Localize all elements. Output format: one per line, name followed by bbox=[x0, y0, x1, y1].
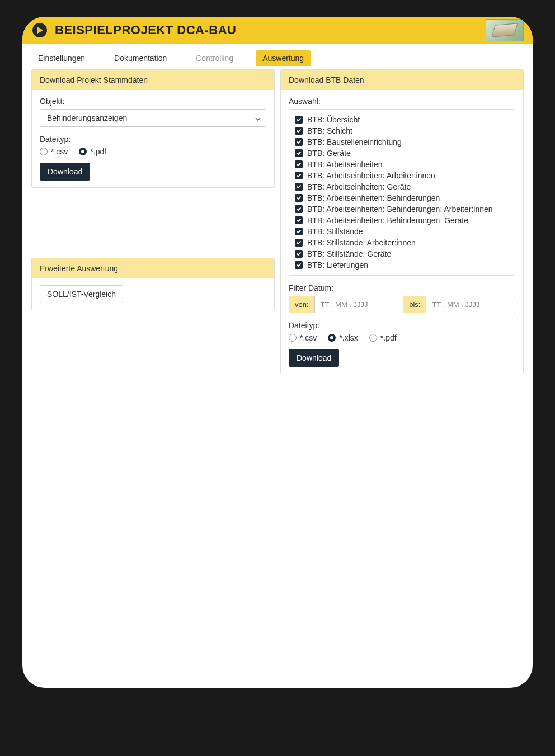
radio-label: *.pdf bbox=[90, 147, 106, 156]
radio-icon bbox=[40, 148, 48, 155]
checkbox-icon bbox=[295, 127, 303, 135]
radio-icon bbox=[79, 148, 87, 155]
btb-check-label: BTB: Stillstände: Arbeiter:innen bbox=[307, 238, 416, 247]
btb-check-item[interactable]: BTB: Schicht bbox=[295, 125, 509, 136]
radio-label: *.csv bbox=[300, 333, 317, 342]
checkbox-icon bbox=[295, 228, 303, 235]
checkbox-icon bbox=[295, 116, 303, 124]
checkbox-icon bbox=[295, 172, 303, 179]
btb-check-label: BTB: Arbeitseinheiten: Behinderungen: Ar… bbox=[307, 205, 493, 214]
checkbox-icon bbox=[295, 194, 303, 202]
checkbox-icon bbox=[295, 205, 303, 213]
checkbox-icon bbox=[295, 261, 303, 269]
btb-auswahl-label: Auswahl: bbox=[289, 97, 515, 106]
checkbox-icon bbox=[295, 250, 303, 258]
checkbox-icon bbox=[295, 138, 303, 146]
radio-label: *.pdf bbox=[380, 333, 397, 342]
btb-check-label: BTB: Stillstände: Geräte bbox=[307, 249, 391, 258]
stammdaten-download-button[interactable]: Download bbox=[40, 163, 90, 181]
btb-check-item[interactable]: BTB: Arbeitseinheiten: Behinderungen: Ar… bbox=[295, 204, 509, 215]
btb-check-label: BTB: Übersicht bbox=[307, 115, 360, 124]
stammdaten-dateityp-group: *.csv *.pdf bbox=[40, 147, 266, 156]
checkbox-icon bbox=[295, 239, 303, 247]
btb-check-item[interactable]: BTB: Arbeitseinheiten: Geräte bbox=[295, 181, 509, 192]
checkbox-icon bbox=[295, 216, 303, 224]
btb-date-row: von: TT . MM . JJJJ bis: TT . MM . JJJJ bbox=[289, 296, 515, 313]
btb-check-label: BTB: Arbeitseinheiten: Behinderungen bbox=[307, 193, 440, 202]
tab-einstellungen[interactable]: Einstellungen bbox=[31, 50, 92, 66]
bis-label: bis: bbox=[403, 296, 426, 313]
panel-btb: Download BTB Daten Auswahl: BTB: Übersic… bbox=[280, 69, 524, 374]
btb-check-label: BTB: Arbeitseinheiten: Behinderungen: Ge… bbox=[307, 216, 468, 225]
btb-check-item[interactable]: BTB: Übersicht bbox=[295, 114, 509, 125]
radio-label: *.csv bbox=[51, 147, 68, 156]
btb-check-item[interactable]: BTB: Arbeitseinheiten: Behinderungen: Ge… bbox=[295, 215, 509, 226]
bis-input[interactable]: TT . MM . JJJJ bbox=[426, 296, 515, 313]
btb-check-list: BTB: ÜbersichtBTB: SchichtBTB: Baustelle… bbox=[289, 109, 515, 276]
app-window: BEISPIELPROJEKT DCA-BAU Einstellungen Do… bbox=[22, 17, 533, 688]
tab-controlling: Controlling bbox=[189, 50, 240, 66]
btb-check-label: BTB: Baustelleneinrichtung bbox=[307, 138, 402, 147]
stammdaten-radio-csv[interactable]: *.csv bbox=[40, 147, 68, 156]
checkbox-icon bbox=[295, 149, 303, 157]
btb-filter-label: Filter Datum: bbox=[289, 284, 515, 292]
tab-bar: Einstellungen Dokumentation Controlling … bbox=[22, 44, 533, 66]
btb-dateityp-group: *.csv *.xlsx *.pdf bbox=[289, 333, 515, 342]
btb-check-label: BTB: Geräte bbox=[307, 149, 351, 158]
btb-radio-xlsx[interactable]: *.xlsx bbox=[328, 333, 358, 342]
btb-check-item[interactable]: BTB: Baustelleneinrichtung bbox=[295, 136, 509, 148]
panel-erweitert-header: Erweiterte Auswertung bbox=[32, 258, 274, 278]
btb-check-label: BTB: Lieferungen bbox=[307, 261, 368, 270]
content-grid: Download Projekt Stammdaten Objekt: Behi… bbox=[22, 66, 533, 383]
von-input[interactable]: TT . MM . JJJJ bbox=[315, 296, 403, 313]
btb-radio-pdf[interactable]: *.pdf bbox=[369, 333, 397, 342]
btb-check-item[interactable]: BTB: Stillstände: Arbeiter:innen bbox=[295, 237, 509, 248]
soll-ist-button[interactable]: SOLL/IST-Vergleich bbox=[40, 285, 123, 303]
btb-download-button[interactable]: Download bbox=[289, 349, 339, 367]
checkbox-icon bbox=[295, 183, 303, 191]
panel-erweitert: Erweiterte Auswertung SOLL/IST-Vergleich bbox=[31, 258, 275, 310]
panel-btb-header: Download BTB Daten bbox=[281, 70, 523, 90]
btb-check-label: BTB: Arbeitseinheiten: Arbeiter:innen bbox=[307, 171, 435, 180]
btb-dateityp-label: Dateityp: bbox=[289, 321, 515, 330]
tab-dokumentation[interactable]: Dokumentation bbox=[107, 50, 173, 66]
objekt-select[interactable]: Behinderungsanzeigen bbox=[40, 109, 266, 127]
btb-check-label: BTB: Arbeitseinheiten: Geräte bbox=[307, 182, 411, 191]
panel-stammdaten-header: Download Projekt Stammdaten bbox=[32, 70, 274, 90]
btb-check-item[interactable]: BTB: Arbeitseinheiten: Behinderungen bbox=[295, 192, 509, 204]
radio-icon bbox=[289, 334, 297, 342]
panel-stammdaten: Download Projekt Stammdaten Objekt: Behi… bbox=[31, 69, 275, 188]
von-label: von: bbox=[289, 296, 315, 313]
objekt-label: Objekt: bbox=[40, 97, 266, 106]
btb-check-item[interactable]: BTB: Lieferungen bbox=[295, 259, 509, 271]
checkbox-icon bbox=[295, 160, 303, 168]
btb-check-label: BTB: Arbeitseinheiten bbox=[307, 160, 383, 169]
app-logo-icon bbox=[31, 22, 48, 39]
btb-check-item[interactable]: BTB: Geräte bbox=[295, 148, 509, 159]
btb-check-item[interactable]: BTB: Arbeitseinheiten bbox=[295, 159, 509, 170]
stammdaten-dateityp-label: Dateityp: bbox=[40, 135, 266, 144]
btb-check-item[interactable]: BTB: Stillstände bbox=[295, 226, 509, 237]
btb-check-item[interactable]: BTB: Arbeitseinheiten: Arbeiter:innen bbox=[295, 170, 509, 181]
radio-label: *.xlsx bbox=[339, 333, 358, 342]
project-thumbnail bbox=[486, 19, 524, 41]
btb-check-label: BTB: Schicht bbox=[307, 126, 352, 135]
stammdaten-radio-pdf[interactable]: *.pdf bbox=[79, 147, 106, 156]
btb-check-item[interactable]: BTB: Stillstände: Geräte bbox=[295, 248, 509, 259]
radio-icon bbox=[369, 334, 377, 342]
btb-radio-csv[interactable]: *.csv bbox=[289, 333, 317, 342]
header-bar: BEISPIELPROJEKT DCA-BAU bbox=[22, 17, 533, 44]
page-title: BEISPIELPROJEKT DCA-BAU bbox=[55, 23, 236, 37]
btb-check-label: BTB: Stillstände bbox=[307, 227, 363, 236]
tab-auswertung[interactable]: Auswertung bbox=[256, 50, 311, 66]
radio-icon bbox=[328, 334, 336, 342]
